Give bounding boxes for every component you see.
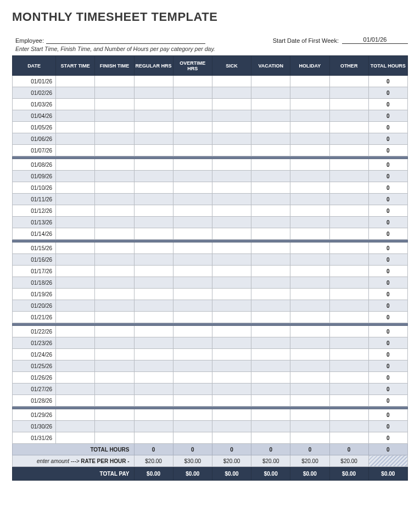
- input-cell[interactable]: [173, 337, 212, 349]
- input-cell[interactable]: [329, 228, 368, 240]
- input-cell[interactable]: [212, 360, 251, 372]
- input-cell[interactable]: [290, 432, 329, 444]
- input-cell[interactable]: [56, 87, 95, 99]
- input-cell[interactable]: [134, 122, 173, 133]
- input-cell[interactable]: [329, 159, 368, 171]
- input-cell[interactable]: [95, 409, 134, 421]
- input-cell[interactable]: [329, 421, 368, 432]
- rate-input[interactable]: $20.00: [251, 455, 290, 467]
- input-cell[interactable]: [134, 360, 173, 372]
- input-cell[interactable]: [290, 300, 329, 312]
- input-cell[interactable]: [212, 326, 251, 337]
- input-cell[interactable]: [329, 326, 368, 337]
- input-cell[interactable]: [95, 145, 134, 156]
- input-cell[interactable]: [290, 228, 329, 240]
- input-cell[interactable]: [56, 395, 95, 407]
- input-cell[interactable]: [251, 337, 290, 349]
- input-cell[interactable]: [329, 87, 368, 99]
- input-cell[interactable]: [134, 159, 173, 171]
- input-cell[interactable]: [134, 421, 173, 432]
- input-cell[interactable]: [173, 312, 212, 323]
- input-cell[interactable]: [251, 243, 290, 254]
- input-cell[interactable]: [212, 159, 251, 171]
- input-cell[interactable]: [329, 76, 368, 87]
- input-cell[interactable]: [173, 243, 212, 254]
- input-cell[interactable]: [212, 194, 251, 205]
- input-cell[interactable]: [212, 205, 251, 217]
- input-cell[interactable]: [329, 99, 368, 110]
- input-cell[interactable]: [329, 312, 368, 323]
- input-cell[interactable]: [134, 228, 173, 240]
- input-cell[interactable]: [56, 76, 95, 87]
- start-date-input[interactable]: 01/01/26: [342, 36, 408, 44]
- input-cell[interactable]: [173, 254, 212, 266]
- input-cell[interactable]: [173, 384, 212, 395]
- rate-input[interactable]: $20.00: [212, 455, 251, 467]
- input-cell[interactable]: [251, 217, 290, 228]
- input-cell[interactable]: [290, 171, 329, 182]
- input-cell[interactable]: [212, 133, 251, 145]
- input-cell[interactable]: [134, 254, 173, 266]
- input-cell[interactable]: [212, 372, 251, 384]
- input-cell[interactable]: [212, 171, 251, 182]
- input-cell[interactable]: [95, 337, 134, 349]
- input-cell[interactable]: [251, 110, 290, 122]
- input-cell[interactable]: [173, 145, 212, 156]
- input-cell[interactable]: [329, 217, 368, 228]
- employee-input[interactable]: [46, 36, 205, 44]
- input-cell[interactable]: [173, 133, 212, 145]
- input-cell[interactable]: [95, 254, 134, 266]
- input-cell[interactable]: [56, 205, 95, 217]
- input-cell[interactable]: [251, 360, 290, 372]
- input-cell[interactable]: [251, 395, 290, 407]
- input-cell[interactable]: [134, 145, 173, 156]
- input-cell[interactable]: [95, 384, 134, 395]
- input-cell[interactable]: [56, 159, 95, 171]
- input-cell[interactable]: [56, 266, 95, 277]
- input-cell[interactable]: [290, 409, 329, 421]
- input-cell[interactable]: [251, 266, 290, 277]
- input-cell[interactable]: [95, 266, 134, 277]
- input-cell[interactable]: [134, 289, 173, 300]
- input-cell[interactable]: [56, 421, 95, 432]
- input-cell[interactable]: [290, 122, 329, 133]
- input-cell[interactable]: [290, 312, 329, 323]
- input-cell[interactable]: [173, 277, 212, 289]
- input-cell[interactable]: [251, 182, 290, 194]
- input-cell[interactable]: [95, 205, 134, 217]
- input-cell[interactable]: [251, 312, 290, 323]
- input-cell[interactable]: [95, 171, 134, 182]
- input-cell[interactable]: [95, 182, 134, 194]
- input-cell[interactable]: [56, 133, 95, 145]
- input-cell[interactable]: [290, 384, 329, 395]
- input-cell[interactable]: [212, 395, 251, 407]
- input-cell[interactable]: [173, 87, 212, 99]
- input-cell[interactable]: [329, 110, 368, 122]
- input-cell[interactable]: [212, 110, 251, 122]
- input-cell[interactable]: [95, 289, 134, 300]
- input-cell[interactable]: [134, 217, 173, 228]
- input-cell[interactable]: [290, 99, 329, 110]
- input-cell[interactable]: [290, 217, 329, 228]
- input-cell[interactable]: [290, 159, 329, 171]
- input-cell[interactable]: [95, 159, 134, 171]
- input-cell[interactable]: [290, 289, 329, 300]
- input-cell[interactable]: [173, 421, 212, 432]
- input-cell[interactable]: [95, 110, 134, 122]
- input-cell[interactable]: [290, 326, 329, 337]
- input-cell[interactable]: [134, 432, 173, 444]
- input-cell[interactable]: [134, 182, 173, 194]
- input-cell[interactable]: [95, 432, 134, 444]
- input-cell[interactable]: [329, 122, 368, 133]
- input-cell[interactable]: [56, 289, 95, 300]
- input-cell[interactable]: [56, 254, 95, 266]
- input-cell[interactable]: [134, 300, 173, 312]
- input-cell[interactable]: [251, 76, 290, 87]
- input-cell[interactable]: [173, 182, 212, 194]
- rate-input[interactable]: $20.00: [134, 455, 173, 467]
- input-cell[interactable]: [95, 122, 134, 133]
- input-cell[interactable]: [95, 133, 134, 145]
- input-cell[interactable]: [212, 217, 251, 228]
- input-cell[interactable]: [212, 266, 251, 277]
- input-cell[interactable]: [173, 372, 212, 384]
